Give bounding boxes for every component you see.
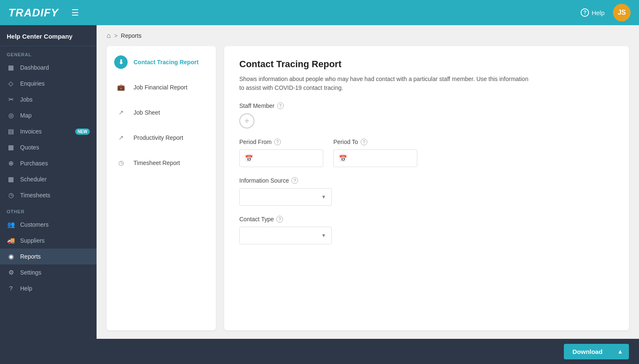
reports-list: ⬇ Contact Tracing Report 💼 Job Financial…: [107, 46, 216, 330]
dropdown-arrow-icon-2: ▼: [321, 233, 326, 238]
topnav-right: ? Help JS: [581, 4, 631, 21]
productivity-icon: ↗: [114, 131, 128, 144]
company-name: Help Center Company: [0, 25, 97, 46]
report-detail-panel: Contact Tracing Report Shows information…: [224, 46, 629, 330]
period-from-label: Period From ?: [239, 139, 323, 145]
sidebar: Help Center Company GENERAL ▦ Dashboard …: [0, 25, 97, 339]
sidebar-item-scheduler[interactable]: ▦ Scheduler: [0, 171, 97, 187]
help-circle-icon: ?: [581, 8, 589, 17]
topnav: TRADIFY ☰ ? Help JS: [0, 0, 639, 25]
help-button[interactable]: ? Help: [581, 8, 605, 17]
invoices-icon: ▤: [7, 128, 15, 135]
help-nav-icon: ?: [7, 285, 15, 292]
report-item-label: Timesheet Report: [134, 160, 180, 166]
sidebar-item-purchases[interactable]: ⊕ Purchases: [0, 155, 97, 171]
staff-member-help-icon[interactable]: ?: [277, 102, 284, 109]
sidebar-section-other: OTHER: [0, 203, 97, 217]
period-to-input[interactable]: 📅: [333, 149, 417, 167]
suppliers-icon: 🚚: [7, 237, 15, 244]
job-financial-icon: 💼: [114, 81, 128, 94]
sidebar-item-customers[interactable]: 👥 Customers: [0, 217, 97, 233]
period-to-label: Period To ?: [333, 139, 417, 145]
content-area: ⌂ > Reports ⬇ Contact Tracing Report 💼 J…: [97, 25, 639, 339]
sidebar-item-label: Customers: [20, 221, 49, 228]
breadcrumb-current: Reports: [121, 32, 141, 39]
dropdown-toggle-icon[interactable]: ▲: [611, 344, 629, 359]
sidebar-item-dashboard[interactable]: ▦ Dashboard: [0, 60, 97, 76]
settings-icon: ⚙: [7, 269, 15, 276]
purchases-icon: ⊕: [7, 160, 15, 167]
jobs-icon: ✂: [7, 96, 15, 103]
report-item-productivity[interactable]: ↗ Productivity Report: [107, 125, 216, 150]
reports-icon: ◉: [7, 253, 15, 260]
sidebar-item-label: Jobs: [20, 96, 33, 103]
sidebar-item-settings[interactable]: ⚙ Settings: [0, 264, 97, 280]
job-sheet-icon: ↗: [114, 106, 128, 119]
download-button[interactable]: Download ▲: [564, 344, 629, 359]
new-badge: NEW: [75, 128, 90, 135]
date-row: Period From ? 📅 Period To ? �: [239, 139, 614, 167]
main-layout: Help Center Company GENERAL ▦ Dashboard …: [0, 25, 639, 339]
scheduler-icon: ▦: [7, 175, 15, 183]
customers-icon: 👥: [7, 221, 15, 228]
information-source-help-icon[interactable]: ?: [291, 177, 298, 184]
sidebar-item-suppliers[interactable]: 🚚 Suppliers: [0, 233, 97, 249]
add-staff-member-button[interactable]: +: [239, 113, 254, 128]
hamburger-icon[interactable]: ☰: [71, 8, 79, 18]
logo: TRADIFY: [8, 6, 59, 19]
sidebar-item-invoices[interactable]: ▤ Invoices NEW: [0, 123, 97, 139]
help-label: Help: [592, 9, 605, 16]
timesheet-icon: ◷: [114, 156, 128, 170]
breadcrumb-separator: >: [114, 32, 118, 39]
report-item-label: Job Sheet: [134, 109, 160, 116]
report-item-contact-tracing[interactable]: ⬇ Contact Tracing Report: [107, 50, 216, 75]
sidebar-item-timesheets[interactable]: ◷ Timesheets: [0, 187, 97, 203]
timesheets-icon: ◷: [7, 191, 15, 199]
contact-type-label: Contact Type ?: [239, 216, 614, 223]
sidebar-item-label: Map: [20, 112, 31, 119]
report-item-timesheet[interactable]: ◷ Timesheet Report: [107, 150, 216, 175]
information-source-dropdown[interactable]: ▼: [239, 188, 332, 206]
period-to-help-icon[interactable]: ?: [361, 139, 367, 145]
map-icon: ◎: [7, 112, 15, 119]
information-source-label: Information Source ?: [239, 177, 614, 184]
contact-type-help-icon[interactable]: ?: [276, 216, 283, 223]
report-item-label: Productivity Report: [134, 134, 183, 141]
breadcrumb: ⌂ > Reports: [97, 25, 639, 46]
dropdown-arrow-icon: ▼: [321, 194, 326, 200]
bottom-bar: Download ▲: [0, 339, 639, 364]
sidebar-item-label: Quotes: [20, 144, 39, 151]
avatar[interactable]: JS: [613, 4, 631, 21]
sidebar-item-label: Help: [20, 285, 32, 292]
sidebar-item-help[interactable]: ? Help: [0, 280, 97, 296]
period-from-group: Period From ? 📅: [239, 139, 323, 167]
period-from-input[interactable]: 📅: [239, 149, 323, 167]
sidebar-item-label: Reports: [20, 253, 41, 260]
sidebar-item-label: Settings: [20, 269, 42, 276]
contact-tracing-icon: ⬇: [114, 55, 128, 69]
sidebar-item-label: Purchases: [20, 160, 48, 167]
sidebar-item-quotes[interactable]: ▦ Quotes: [0, 139, 97, 155]
sidebar-item-label: Dashboard: [20, 64, 49, 71]
home-icon[interactable]: ⌂: [107, 32, 111, 39]
calendar-from-icon: 📅: [245, 155, 253, 162]
report-item-label: Contact Tracing Report: [134, 59, 199, 65]
dashboard-icon: ▦: [7, 64, 15, 71]
sidebar-item-reports[interactable]: ◉ Reports: [0, 249, 97, 264]
sidebar-item-jobs[interactable]: ✂ Jobs: [0, 92, 97, 107]
content-body: ⬇ Contact Tracing Report 💼 Job Financial…: [97, 46, 639, 339]
staff-member-label: Staff Member ?: [239, 102, 614, 109]
sidebar-item-label: Timesheets: [20, 192, 50, 199]
report-item-job-financial[interactable]: 💼 Job Financial Report: [107, 75, 216, 100]
quotes-icon: ▦: [7, 144, 15, 151]
report-item-job-sheet[interactable]: ↗ Job Sheet: [107, 100, 216, 125]
sidebar-item-label: Invoices: [20, 128, 42, 135]
report-description: Shows information about people who may h…: [239, 75, 533, 92]
sidebar-item-map[interactable]: ◎ Map: [0, 107, 97, 123]
period-from-help-icon[interactable]: ?: [274, 139, 281, 145]
contact-type-dropdown[interactable]: ▼: [239, 227, 332, 244]
sidebar-item-enquiries[interactable]: ◇ Enquiries: [0, 76, 97, 92]
report-item-label: Job Financial Report: [134, 84, 187, 91]
sidebar-item-label: Enquiries: [20, 80, 45, 87]
download-label: Download: [564, 344, 611, 359]
